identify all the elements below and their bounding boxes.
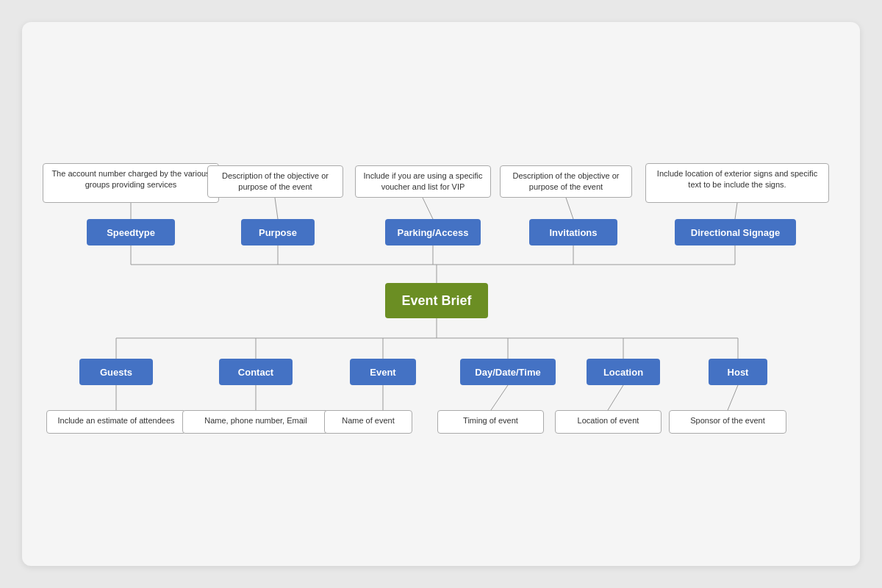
desc-invitations: Description of the objective or purpose … bbox=[500, 165, 632, 198]
desc-guests: Include an estimate of attendees bbox=[46, 410, 186, 434]
svg-line-1 bbox=[275, 198, 278, 219]
desc-signage: Include location of exterior signs and s… bbox=[645, 163, 829, 203]
desc-speedtype: The account number charged by the variou… bbox=[43, 163, 219, 203]
svg-line-24 bbox=[608, 385, 623, 410]
node-guests[interactable]: Guests bbox=[79, 359, 153, 385]
node-invitations[interactable]: Invitations bbox=[529, 219, 617, 245]
desc-purpose: Description of the objective or purpose … bbox=[207, 165, 343, 198]
node-event[interactable]: Event bbox=[350, 359, 416, 385]
svg-line-23 bbox=[491, 385, 508, 410]
desc-daydatetime: Timing of event bbox=[437, 410, 544, 434]
svg-line-3 bbox=[566, 198, 573, 219]
desc-location: Location of event bbox=[555, 410, 662, 434]
svg-line-4 bbox=[735, 203, 737, 219]
svg-line-2 bbox=[423, 198, 433, 219]
svg-line-25 bbox=[728, 385, 738, 410]
node-host[interactable]: Host bbox=[709, 359, 767, 385]
node-parking[interactable]: Parking/Access bbox=[385, 219, 481, 245]
desc-host: Sponsor of the event bbox=[669, 410, 786, 434]
desc-contact: Name, phone number, Email bbox=[182, 410, 329, 434]
desc-event: Name of event bbox=[324, 410, 412, 434]
node-location[interactable]: Location bbox=[587, 359, 660, 385]
node-daydatetime[interactable]: Day/Date/Time bbox=[460, 359, 556, 385]
node-speedtype[interactable]: Speedtype bbox=[87, 219, 175, 245]
center-node: Event Brief bbox=[385, 283, 488, 318]
node-contact[interactable]: Contact bbox=[219, 359, 293, 385]
node-purpose[interactable]: Purpose bbox=[241, 219, 315, 245]
diagram-container: Event Brief Speedtype Purpose Parking/Ac… bbox=[22, 22, 860, 566]
node-signage[interactable]: Directional Signage bbox=[675, 219, 796, 245]
desc-parking: Include if you are using a specific vouc… bbox=[355, 165, 491, 198]
